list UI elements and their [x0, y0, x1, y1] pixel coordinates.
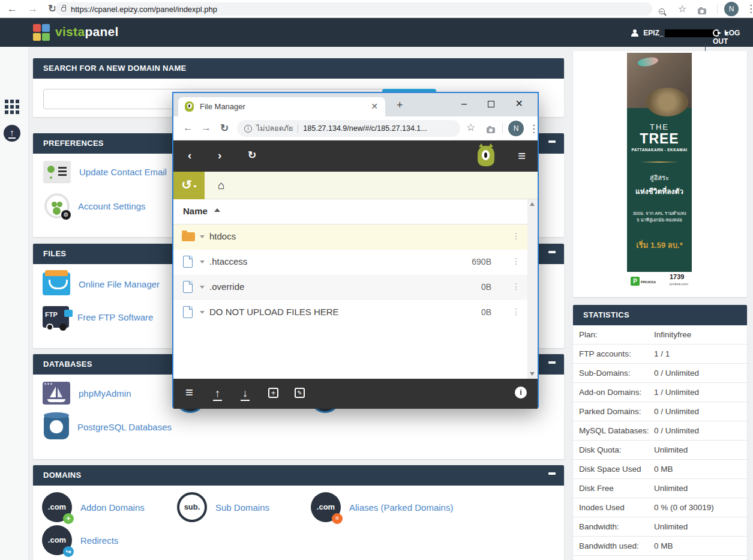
zoom-out-icon[interactable]: [659, 6, 665, 17]
fm-new-file-icon[interactable]: +: [268, 388, 278, 398]
info-icon[interactable]: i: [244, 125, 252, 133]
ad-site: pruksa.com: [670, 282, 688, 286]
popup-nav-bar: ← → ↻ i ไม่ปลอดภัย 185.27.134.9/new/#/c/…: [173, 116, 538, 140]
stat-row-inodes-used: Inodes Used0 % (0 of 30019): [573, 498, 747, 517]
home-icon[interactable]: ⌂: [218, 179, 224, 192]
fm-back-icon[interactable]: ‹: [188, 149, 191, 162]
fm-info-icon[interactable]: i: [515, 387, 527, 399]
online-file-manager-item[interactable]: Online File Manager: [43, 272, 160, 295]
forward-icon[interactable]: →: [28, 0, 38, 18]
file-row-do-not-upload[interactable]: DO NOT UPLOAD FILES HERE 0B ⋮: [173, 300, 527, 325]
screenshot-camera-icon[interactable]: [698, 6, 706, 17]
file-row-override[interactable]: .override 0B ⋮: [173, 275, 527, 300]
back-icon[interactable]: ←: [183, 122, 193, 134]
screenshot-camera-icon[interactable]: [487, 125, 495, 136]
new-tab-icon[interactable]: +: [397, 99, 403, 112]
divider: [502, 123, 503, 134]
equals-badge-icon: =: [332, 513, 343, 524]
popup-profile-avatar[interactable]: N: [508, 121, 524, 136]
ad-phone: 1739: [670, 273, 684, 280]
free-ftp-software-item[interactable]: FTP Free FTP Software: [43, 306, 153, 328]
popup-url[interactable]: 185.27.134.9/new/#/c/185.27.134.1...: [303, 124, 427, 133]
ad-thai-headline2: แห่งชีวิตที่ลงตัว: [627, 185, 692, 197]
collapse-icon[interactable]: [548, 472, 556, 475]
postgresql-item[interactable]: PostgreSQL Databases: [44, 414, 172, 439]
file-manager-window: File Manager ✕ + – ✕ ← → ↻ i ไม่ปลอดภัย …: [172, 92, 539, 408]
ftp-truck-icon: FTP: [43, 306, 69, 328]
forward-icon[interactable]: →: [201, 122, 211, 134]
stat-row-mysql-databases: MySQL Databases:0 / Unlimited: [573, 421, 747, 441]
reload-icon[interactable]: ↻: [220, 122, 229, 134]
menu-kebab-icon[interactable]: ⋮: [529, 122, 539, 135]
plus-badge-icon: +: [63, 513, 74, 524]
collapse-icon[interactable]: [548, 361, 556, 364]
chevron-down-icon[interactable]: [200, 311, 205, 314]
bookmark-star-icon[interactable]: ☆: [466, 121, 475, 134]
redacted-username: [665, 29, 718, 37]
address-bar[interactable]: https://cpanel.epizy.com/panel/indexpl.p…: [55, 2, 652, 16]
monsta-ftp-logo: [478, 146, 494, 166]
fm-forward-icon[interactable]: ›: [218, 149, 221, 162]
fm-list-menu-icon[interactable]: ≡: [185, 385, 193, 400]
chevron-down-icon[interactable]: [200, 235, 205, 238]
contact-card-icon: [43, 161, 71, 182]
name-column-header[interactable]: Name: [183, 206, 208, 216]
addon-domains-item[interactable]: .com+ Addon Domains: [42, 492, 145, 522]
window-minimize-icon[interactable]: –: [461, 99, 467, 109]
stat-row-addon-domains: Add-on Domains:1 / Unlimited: [573, 383, 747, 402]
update-contact-email-item[interactable]: Update Contact Email: [43, 161, 167, 182]
fm-refresh-icon[interactable]: ↻: [248, 149, 256, 161]
apps-grid-icon[interactable]: [5, 100, 19, 114]
sub-domains-item[interactable]: sub. Sub Domains: [177, 492, 269, 522]
file-manager-tab[interactable]: File Manager ✕: [178, 97, 385, 116]
phpmyadmin-item[interactable]: phpMyAdmin: [43, 382, 131, 405]
page-url[interactable]: https://cpanel.epizy.com/panel/indexpl.p…: [71, 5, 217, 14]
collapse-icon[interactable]: [548, 251, 556, 253]
collapse-icon[interactable]: [548, 140, 556, 143]
fm-edit-icon[interactable]: ✎: [295, 388, 305, 398]
bookmark-star-icon[interactable]: ☆: [678, 0, 686, 18]
advertisement-banner[interactable]: THE TREE PATTANAKARN - EKKAMAI สู่อิสระ …: [627, 53, 692, 288]
history-icon: ↺: [181, 178, 192, 191]
row-menu-icon[interactable]: ⋮: [512, 231, 520, 241]
file-row-htdocs[interactable]: htdocs ⋮: [173, 224, 527, 250]
row-menu-icon[interactable]: ⋮: [512, 256, 520, 266]
window-maximize-icon[interactable]: [488, 101, 494, 107]
ad-divider: [640, 161, 679, 163]
redirect-badge-icon: ↪: [63, 546, 74, 557]
divider: [298, 124, 298, 133]
scroll-up-icon[interactable]: [530, 202, 535, 206]
redirects-item[interactable]: .com↪ Redirects: [42, 525, 118, 555]
sort-asc-icon[interactable]: [214, 208, 220, 212]
file-row-htaccess[interactable]: .htaccess 690B ⋮: [173, 250, 527, 275]
fm-menu-icon[interactable]: ≡: [518, 148, 526, 164]
file-list-scrollbar[interactable]: [527, 199, 538, 379]
fm-download-icon[interactable]: ↓: [241, 387, 250, 400]
monsta-favicon: [185, 101, 194, 112]
chevron-down-icon[interactable]: [200, 286, 205, 289]
row-menu-icon[interactable]: ⋮: [512, 307, 520, 316]
file-list-header: Name: [173, 199, 527, 224]
back-icon[interactable]: ←: [7, 0, 17, 18]
row-menu-icon[interactable]: ⋮: [512, 282, 520, 291]
filemanager-toolbar: ‹ › ↻ ≡: [173, 140, 538, 172]
chevron-down-icon[interactable]: [200, 260, 205, 263]
logout-button[interactable]: LOG OUT: [713, 28, 753, 46]
profile-avatar[interactable]: N: [724, 2, 739, 16]
tab-close-icon[interactable]: ✕: [371, 101, 378, 111]
upload-icon[interactable]: ↑: [4, 125, 20, 142]
tab-title: File Manager: [200, 102, 245, 111]
phpmyadmin-icon: [43, 382, 70, 405]
popup-address-bar[interactable]: i ไม่ปลอดภัย 185.27.134.9/new/#/c/185.27…: [237, 120, 460, 137]
aliases-parked-domains-item[interactable]: .com= Aliases (Parked Domains): [311, 492, 453, 522]
window-close-icon[interactable]: ✕: [515, 99, 523, 109]
com-domain-icon: .com↪: [42, 525, 72, 555]
fm-upload-icon[interactable]: ↑: [213, 387, 222, 400]
scroll-down-icon[interactable]: [530, 372, 535, 376]
menu-kebab-icon[interactable]: ⋮: [746, 0, 753, 18]
stat-row-plan: Plan:Infinityfree: [573, 325, 747, 345]
brand-name: vistapanel: [55, 25, 119, 39]
account-settings-item[interactable]: ⚙ Account Settings: [44, 193, 146, 218]
advertisement-card: THE TREE PATTANAKARN - EKKAMAI สู่อิสระ …: [573, 51, 747, 297]
history-dropdown-button[interactable]: ↺: [173, 172, 205, 199]
